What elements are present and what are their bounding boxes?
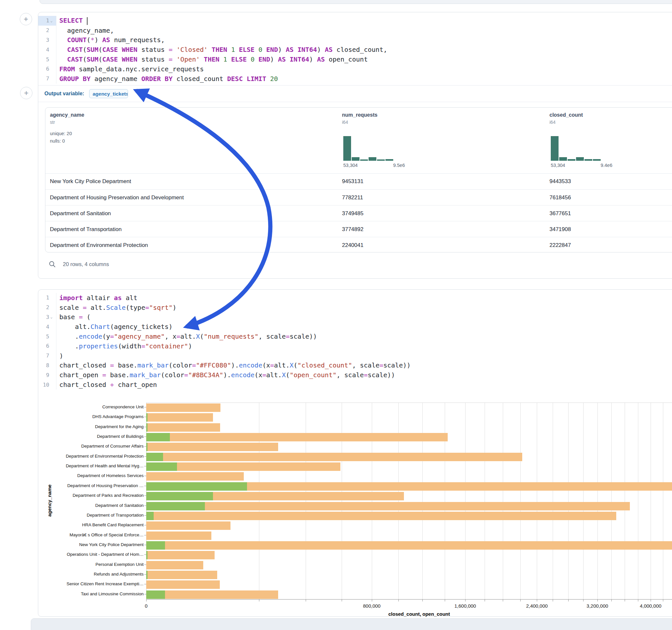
y-axis-label: HRA Benefit Card Replacement [40, 520, 144, 530]
y-axis-label: Correspondence Unit [40, 402, 144, 412]
gridline [568, 403, 569, 599]
row-column-count: 20 rows, 4 columns [63, 261, 109, 267]
code-token: ( [83, 55, 87, 63]
column-type: i64 [342, 120, 536, 125]
y-axis-label: Department of Homeless Services [40, 471, 144, 481]
code-token: AS [317, 55, 325, 63]
closed-count-bar [146, 512, 616, 520]
sql-line[interactable]: 5 CAST(SUM(CASE WHEN status = 'Open' THE… [38, 54, 672, 64]
x-axis-tick [399, 600, 399, 602]
histogram-bar [568, 159, 575, 161]
y-axis-label: Operations Unit - Department of Hom… [40, 550, 144, 559]
search-icon[interactable] [49, 261, 56, 268]
y-axis-label: Senior Citizen Rent Increase Exempti… [40, 579, 144, 589]
y-axis-label: Department for the Aging [40, 422, 144, 432]
sql-line[interactable]: 4 CAST(SUM(CASE WHEN status = 'Closed' T… [38, 45, 672, 54]
gridline [259, 403, 259, 599]
code-token: * [91, 36, 94, 44]
code-token [118, 46, 122, 53]
line-gutter: 5 [38, 54, 56, 64]
cell-value: 9453131 [342, 173, 363, 189]
fold-chevron-icon[interactable]: ⌄ [50, 19, 54, 23]
code-token: closed_count [172, 75, 227, 83]
line-number: 1 [46, 18, 49, 24]
histogram-bar [593, 159, 601, 161]
line-number: 2 [46, 27, 49, 33]
code-token: 0 [250, 55, 255, 63]
y-axis-label: Department of Transportation [40, 510, 144, 520]
column-name: agency_name [50, 112, 244, 118]
sql-code-editor[interactable]: 1⌄SELECT 2 agency_name,3 COUNT(*) AS num… [38, 16, 672, 83]
output-variable-pill[interactable]: agency_tickets [89, 89, 128, 98]
code-token: 'Open' [176, 55, 200, 63]
line-gutter: 2 [38, 26, 56, 35]
x-tick-label: 800,000 [349, 603, 394, 609]
sql-line[interactable]: 2 agency_name, [38, 26, 672, 35]
open-count-bar [146, 502, 205, 510]
x-axis-tick [553, 600, 553, 602]
line-gutter: 7 [38, 74, 56, 83]
x-axis-tick [520, 600, 521, 602]
column-name: closed_count [549, 112, 672, 118]
histogram-max-label: 9.5e6 [393, 163, 405, 168]
histogram-bar [352, 157, 360, 161]
code-token [227, 55, 231, 63]
open-count-bar [146, 413, 147, 421]
cell-value: 9443533 [549, 173, 571, 189]
code-token: 0 [258, 46, 262, 53]
code-token: closed_count, [333, 46, 387, 53]
add-cell-button-output[interactable]: + [20, 87, 32, 99]
sql-line[interactable]: 1⌄SELECT [38, 16, 672, 26]
closed-count-bar [146, 522, 231, 530]
text-cursor [87, 17, 88, 25]
line-gutter: 3 [38, 35, 56, 45]
open-count-bar [146, 512, 154, 520]
code-token [59, 36, 67, 44]
code-token: ( [83, 46, 87, 53]
gridline [625, 403, 625, 599]
gridline [423, 403, 423, 599]
code-token: SELECT [59, 17, 83, 24]
line-gutter: 1⌄ [38, 16, 56, 26]
gridline [611, 403, 612, 599]
plot-top-border [146, 403, 672, 403]
code-token: AS [102, 36, 110, 44]
line-number: 5 [46, 56, 49, 63]
code-text: FROM sample_data.nyc.service_requests [56, 65, 204, 73]
y-axis-label: Department of Parks and Recreation [40, 491, 144, 500]
code-token [172, 46, 176, 53]
sql-line[interactable]: 6FROM sample_data.nyc.service_requests [38, 64, 672, 74]
x-axis-tick [611, 600, 612, 602]
code-token [286, 55, 290, 63]
sql-line[interactable]: 7GROUP BY agency_name ORDER BY closed_co… [38, 74, 672, 83]
code-token: 'Closed' [176, 46, 208, 53]
histogram-range-labels: 53,3049.4e6 [551, 163, 613, 168]
x-axis-tick [638, 600, 638, 602]
code-token [59, 55, 67, 63]
add-cell-button-top[interactable]: + [20, 13, 32, 25]
code-token: status [138, 46, 169, 53]
notebook-page: + + 1⌄SELECT 2 agency_name,3 COUNT(*) AS… [0, 0, 672, 630]
histogram-min-label: 53,304 [551, 163, 565, 168]
line-gutter: 6 [38, 64, 56, 74]
code-token: agency_name [91, 75, 141, 83]
column-histogram [551, 136, 601, 161]
y-axis-label: Department of Consumer Affairs [40, 441, 144, 451]
code-token: ) [317, 46, 325, 53]
python-cell-card: 1import altair as alt2scale = alt.Scale(… [38, 289, 672, 617]
table-row: Department of Transportation377489234719… [45, 221, 672, 237]
line-number: 6 [46, 66, 49, 72]
code-token: num_requests, [110, 36, 165, 44]
code-token: ( [87, 36, 91, 44]
code-token: CASE [102, 46, 118, 53]
cell-value: 2240041 [342, 237, 363, 252]
code-token: ELSE [231, 55, 247, 63]
code-token: agency_name, [59, 27, 114, 34]
closed-count-bar [146, 423, 220, 432]
gridline [638, 403, 638, 599]
gridline [651, 403, 651, 599]
sql-line[interactable]: 3 COUNT(*) AS num_requests, [38, 35, 672, 45]
code-token [219, 55, 223, 63]
code-token: END [266, 46, 278, 53]
code-token [243, 75, 247, 83]
